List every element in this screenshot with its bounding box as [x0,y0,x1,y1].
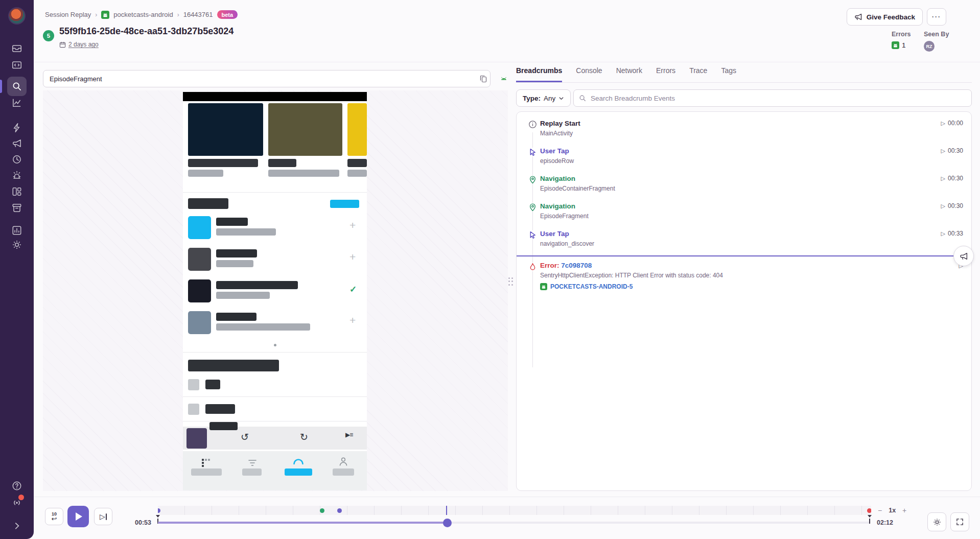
give-feedback-button[interactable]: Give Feedback [847,8,923,26]
redacted-text-bar [188,159,258,167]
event-title[interactable]: User Tap [540,230,964,238]
timeline-events-strip[interactable] [158,506,871,515]
tab-tags[interactable]: Tags [721,66,736,82]
org-avatar[interactable] [8,7,26,25]
breadcrumb-replay-id[interactable]: 16443761 [183,11,213,18]
android-project-icon [892,41,899,49]
replay-player-viewport[interactable]: + + ✓ + ↺ [43,90,508,491]
plus-icon: + [349,251,356,263]
search-icon [579,95,586,102]
error-message: SentryHttpClientException: HTTP Client E… [540,272,964,279]
panel-resize-handle[interactable] [508,277,514,287]
event-row-replay-start[interactable]: Replay Start MainActivity ▷00:00 [517,115,971,143]
event-row-error[interactable]: Error: 7c098708 SentryHttpClientExceptio… [517,255,971,290]
event-title[interactable]: Navigation [540,175,964,182]
redacted-mini-player: ↺ ↻ ▶≡ [183,427,367,450]
breadcrumb-project[interactable]: pocketcasts-android [113,11,173,18]
dashboards-icon[interactable] [11,97,22,108]
redacted-text-bar [347,170,367,177]
location-pin-icon [528,175,537,184]
crons-siren-icon[interactable] [11,170,22,181]
play-icon: ▷ [941,148,945,154]
error-id-link[interactable]: 7c098708 [561,262,592,269]
issues-icon[interactable] [11,43,22,54]
replay-phone-screen: + + ✓ + ↺ [183,92,367,490]
tab-trace[interactable]: Trace [689,66,707,82]
timeline-current-position-line [446,506,447,515]
sidebar [0,0,34,539]
error-label: Error: [540,262,559,269]
breadcrumb-search-input[interactable] [590,94,966,103]
timeline-marker-navigation[interactable] [320,508,324,513]
more-options-button[interactable]: ··· [927,8,946,26]
timeline-start-caret [156,515,160,518]
settings-gear-icon[interactable] [11,239,22,250]
event-row-navigation[interactable]: Navigation EpisodeContainerFragment ▷00:… [517,170,971,198]
fullscreen-button[interactable] [950,512,969,531]
timeline-marker-replay-start[interactable] [158,508,160,513]
scrubber-handle[interactable] [443,519,452,527]
divider [183,396,367,397]
tab-errors[interactable]: Errors [656,66,675,82]
redacted-section-title [188,360,279,371]
play-icon: ▷ [941,175,945,182]
seek-scrubber[interactable] [158,522,870,524]
projects-icon[interactable] [11,59,22,71]
breadcrumb-session-replay[interactable]: Session Replay [45,11,91,18]
event-title[interactable]: User Tap [540,147,964,155]
event-title[interactable]: Navigation [540,202,964,210]
event-timestamp[interactable]: ▷00:30 [941,147,964,154]
event-title[interactable]: Replay Start [540,120,964,127]
alerts-icon[interactable] [11,122,22,133]
redacted-text-bar [205,404,235,414]
event-timestamp[interactable]: ▷00:30 [941,175,964,182]
play-button[interactable] [67,506,89,527]
event-row-user-tap[interactable]: User Tap navigation_discover ▷00:33 [517,225,971,253]
session-age-text[interactable]: 2 days ago [68,41,99,48]
copy-icon[interactable] [479,75,487,83]
skip-to-end-button[interactable]: ▷ [94,508,112,525]
tab-breadcrumbs[interactable]: Breadcrumbs [516,66,562,82]
tab-network[interactable]: Network [616,66,642,82]
event-timestamp[interactable]: ▷00:30 [941,202,964,209]
zoom-out-button[interactable]: − [878,506,882,514]
type-filter-value: Any [544,95,555,102]
player-settings-button[interactable] [927,512,946,531]
seen-by-summary: Seen By RZ [924,31,949,52]
info-icon [528,120,537,129]
redacted-text-bar [216,228,276,236]
help-icon[interactable] [11,480,22,491]
tab-console[interactable]: Console [576,66,602,82]
errors-count-value[interactable]: 1 [902,41,906,49]
sidebar-expand-chevron-icon[interactable] [11,520,22,531]
playback-speed-label[interactable]: 1x [889,507,896,514]
replay-dom-search-input[interactable] [43,70,491,87]
releases-icon[interactable] [11,202,22,214]
replays-icon[interactable] [11,154,22,165]
jump-back-10-button[interactable]: 10↩ [45,508,63,525]
redacted-text-bar [216,313,256,321]
feedback-icon[interactable] [11,138,22,149]
insights-layout-icon[interactable] [11,186,22,197]
android-project-icon [540,283,547,290]
redacted-text-bar [216,218,248,226]
plus-icon: + [349,219,356,231]
timeline-marker-error[interactable] [867,508,871,513]
session-age: 2 days ago [59,41,99,48]
stats-icon[interactable] [11,225,22,236]
explore-search-icon[interactable] [11,81,22,92]
floating-feedback-button[interactable] [953,246,974,266]
megaphone-icon [854,13,862,21]
notification-dot [18,495,24,500]
error-project-link[interactable]: POCKETCASTS-ANDROID-5 [540,283,964,290]
type-filter-dropdown[interactable]: Type: Any [516,89,571,107]
redacted-text-bar [216,260,253,267]
event-timestamp[interactable]: ▷00:33 [941,230,964,237]
event-row-user-tap[interactable]: User Tap episodeRow ▷00:30 [517,143,971,170]
zoom-in-button[interactable]: + [902,506,906,514]
timeline-marker-user-tap[interactable] [337,508,342,513]
event-row-navigation[interactable]: Navigation EpisodeFragment ▷00:30 [517,198,971,225]
seen-by-avatar[interactable]: RZ [924,41,935,52]
event-timestamp[interactable]: ▷00:00 [941,120,964,127]
redacted-text-bar [268,170,339,177]
